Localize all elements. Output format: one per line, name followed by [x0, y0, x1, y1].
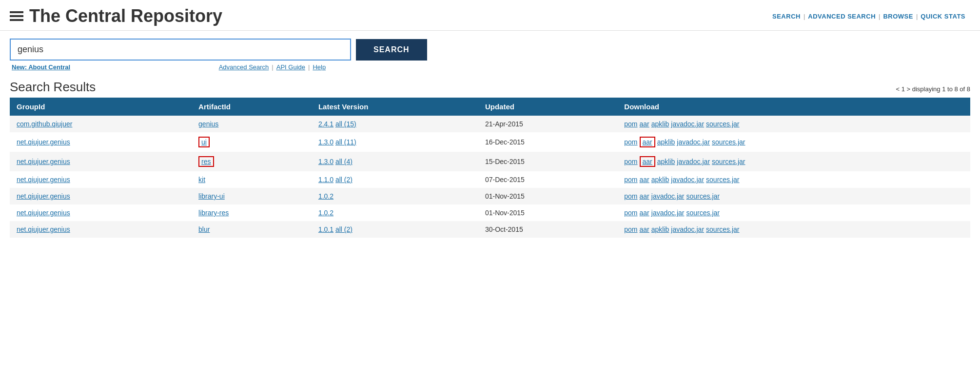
cell-groupid: com.github.qiujuer: [10, 116, 192, 132]
download-link-javadoc.jar[interactable]: javadoc.jar: [671, 176, 704, 184]
nav-advanced-search[interactable]: ADVANCED SEARCH: [808, 13, 876, 20]
nav-search[interactable]: SEARCH: [772, 13, 801, 20]
cell-updated: 21-Apr-2015: [478, 116, 617, 132]
download-link-pom[interactable]: pom: [624, 158, 637, 165]
version-link[interactable]: 1.1.0: [318, 176, 333, 184]
cell-download: pomaarapklibjavadoc.jarsources.jar: [617, 221, 970, 238]
new-about-link[interactable]: New: About Central: [12, 63, 70, 71]
artifactid-link[interactable]: res: [201, 158, 211, 165]
download-link-pom[interactable]: pom: [624, 209, 637, 217]
download-link-javadoc.jar[interactable]: javadoc.jar: [651, 209, 685, 217]
download-link-apklib[interactable]: apklib: [651, 120, 669, 128]
version-all-link[interactable]: all (2): [335, 176, 353, 184]
version-link[interactable]: 2.4.1: [318, 120, 333, 128]
cell-artifactid: blur: [192, 221, 312, 238]
version-link[interactable]: 1.3.0: [318, 158, 333, 165]
download-link-aar[interactable]: aar: [640, 192, 649, 200]
artifactid-link[interactable]: ui: [201, 138, 207, 146]
cell-updated: 01-Nov-2015: [478, 204, 617, 221]
results-table: GroupId ArtifactId Latest Version Update…: [10, 98, 970, 238]
table-row: net.qiujuer.geniusres1.3.0 all (4)15-Dec…: [10, 152, 970, 171]
version-link[interactable]: 1.0.2: [318, 192, 333, 200]
menu-icon[interactable]: [10, 11, 23, 21]
download-link-apklib[interactable]: apklib: [657, 158, 675, 165]
download-link-aar[interactable]: aar: [640, 120, 649, 128]
version-link[interactable]: 1.0.1: [318, 225, 333, 233]
version-all-link[interactable]: all (11): [335, 138, 356, 146]
artifactid-link[interactable]: blur: [198, 225, 210, 233]
cell-updated: 07-Dec-2015: [478, 171, 617, 188]
nav-quick-stats[interactable]: QUICK STATS: [921, 13, 965, 20]
help-link[interactable]: Help: [313, 63, 326, 71]
search-row: SEARCH: [10, 39, 429, 61]
download-link-javadoc.jar[interactable]: javadoc.jar: [671, 120, 704, 128]
cell-download: pomaarjavadoc.jarsources.jar: [617, 204, 970, 221]
artifactid-link[interactable]: kit: [198, 176, 205, 184]
col-groupid: GroupId: [10, 98, 192, 116]
cell-groupid: net.qiujuer.genius: [10, 188, 192, 204]
table-row: net.qiujuer.geniusui1.3.0 all (11)16-Dec…: [10, 132, 970, 152]
header: The Central Repository SEARCH | ADVANCED…: [0, 0, 980, 31]
download-link-sources.jar[interactable]: sources.jar: [686, 192, 719, 200]
groupid-link[interactable]: net.qiujuer.genius: [17, 158, 70, 165]
download-link-sources.jar[interactable]: sources.jar: [712, 138, 745, 146]
version-link[interactable]: 1.0.2: [318, 209, 333, 217]
version-all-link[interactable]: all (4): [335, 158, 353, 165]
results-header: Search Results < 1 > displaying 1 to 8 o…: [0, 75, 980, 98]
download-link-pom[interactable]: pom: [624, 192, 637, 200]
download-link-sources.jar[interactable]: sources.jar: [706, 225, 739, 233]
download-link-aar[interactable]: aar: [643, 158, 652, 165]
download-link-pom[interactable]: pom: [624, 176, 637, 184]
groupid-link[interactable]: net.qiujuer.genius: [17, 192, 70, 200]
download-link-sources.jar[interactable]: sources.jar: [706, 120, 739, 128]
download-link-apklib[interactable]: apklib: [651, 225, 669, 233]
search-button[interactable]: SEARCH: [356, 39, 427, 61]
cell-artifactid: library-res: [192, 204, 312, 221]
api-guide-link[interactable]: API Guide: [276, 63, 305, 71]
cell-groupid: net.qiujuer.genius: [10, 171, 192, 188]
download-link-pom[interactable]: pom: [624, 225, 637, 233]
download-link-apklib[interactable]: apklib: [651, 176, 669, 184]
download-link-pom[interactable]: pom: [624, 120, 637, 128]
cell-groupid: net.qiujuer.genius: [10, 152, 192, 171]
col-updated: Updated: [478, 98, 617, 116]
col-artifactid: ArtifactId: [192, 98, 312, 116]
download-link-javadoc.jar[interactable]: javadoc.jar: [677, 158, 710, 165]
download-link-aar[interactable]: aar: [640, 176, 649, 184]
artifactid-link[interactable]: library-ui: [198, 192, 225, 200]
cell-download: pomaarapklibjavadoc.jarsources.jar: [617, 171, 970, 188]
download-link-sources.jar[interactable]: sources.jar: [706, 176, 739, 184]
download-link-pom[interactable]: pom: [624, 138, 637, 146]
download-link-aar[interactable]: aar: [643, 138, 652, 146]
nav-browse[interactable]: BROWSE: [883, 13, 913, 20]
download-link-sources.jar[interactable]: sources.jar: [686, 209, 719, 217]
version-link[interactable]: 1.3.0: [318, 138, 333, 146]
download-link-javadoc.jar[interactable]: javadoc.jar: [671, 225, 704, 233]
download-link-javadoc.jar[interactable]: javadoc.jar: [651, 192, 685, 200]
cell-groupid: net.qiujuer.genius: [10, 132, 192, 152]
search-input[interactable]: [10, 39, 351, 61]
groupid-link[interactable]: net.qiujuer.genius: [17, 225, 70, 233]
cell-download: pomaarjavadoc.jarsources.jar: [617, 188, 970, 204]
groupid-link[interactable]: com.github.qiujuer: [17, 120, 72, 128]
version-all-link[interactable]: all (15): [335, 120, 356, 128]
table-header: GroupId ArtifactId Latest Version Update…: [10, 98, 970, 116]
download-link-aar[interactable]: aar: [640, 209, 649, 217]
table-row: net.qiujuer.geniuslibrary-ui1.0.201-Nov-…: [10, 188, 970, 204]
cell-version: 1.1.0 all (2): [312, 171, 478, 188]
download-link-javadoc.jar[interactable]: javadoc.jar: [677, 138, 710, 146]
advanced-search-link[interactable]: Advanced Search: [219, 63, 269, 71]
table-row: net.qiujuer.geniuslibrary-res1.0.201-Nov…: [10, 204, 970, 221]
download-link-sources.jar[interactable]: sources.jar: [712, 158, 745, 165]
download-link-apklib[interactable]: apklib: [657, 138, 675, 146]
download-link-aar[interactable]: aar: [640, 225, 649, 233]
sub-links: New: About Central Advanced Search | API…: [12, 63, 429, 71]
cell-artifactid: library-ui: [192, 188, 312, 204]
version-all-link[interactable]: all (2): [335, 225, 353, 233]
groupid-link[interactable]: net.qiujuer.genius: [17, 176, 70, 184]
artifactid-link[interactable]: library-res: [198, 209, 229, 217]
groupid-link[interactable]: net.qiujuer.genius: [17, 138, 70, 146]
cell-download: pomaarapklibjavadoc.jarsources.jar: [617, 132, 970, 152]
groupid-link[interactable]: net.qiujuer.genius: [17, 209, 70, 217]
artifactid-link[interactable]: genius: [198, 120, 218, 128]
